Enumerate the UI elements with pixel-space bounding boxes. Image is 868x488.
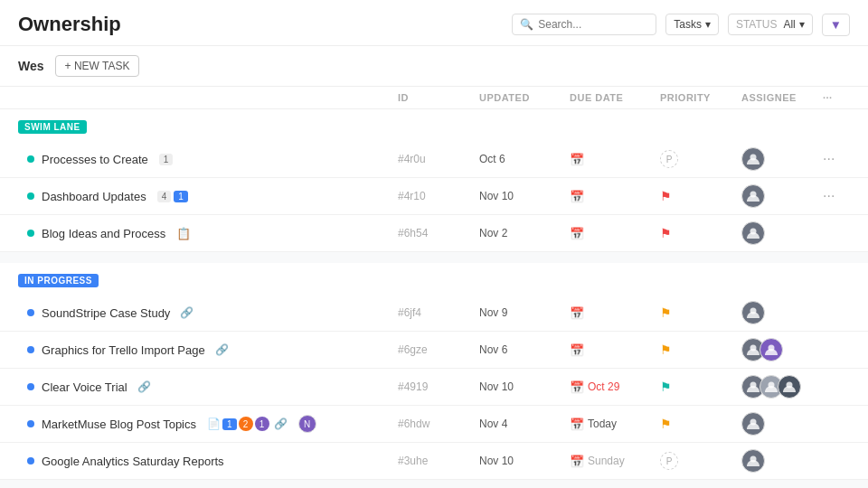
task-name-cell: Dashboard Updates 4 1 [27, 190, 398, 203]
calendar-icon: 📅 [570, 227, 584, 240]
link-icon: 🔗 [180, 306, 193, 319]
priority: ⚑ [660, 417, 741, 431]
calendar-icon: 📅 [570, 153, 584, 166]
task-id: #4r10 [398, 190, 479, 202]
avatar-group [741, 338, 783, 361]
priority-flag: ⚑ [660, 380, 672, 394]
due-date: 📅 [570, 343, 660, 357]
table-row[interactable]: Processes to Create 1 #4r0u Oct 6 📅 P ··… [0, 141, 868, 178]
priority-flag: ⚑ [660, 226, 672, 240]
priority-flag: ⚑ [660, 417, 672, 431]
due-date-text: Today [588, 418, 617, 430]
badge-blue-1: 1 [174, 191, 188, 202]
updated-date: Nov 10 [479, 455, 570, 467]
status-dot [27, 457, 34, 465]
status-dot [27, 346, 34, 353]
col-priority: PRIORITY [660, 92, 741, 103]
col-name [27, 92, 398, 103]
user-label: Wes [18, 59, 44, 73]
task-name: Clear Voice Trial [42, 380, 127, 394]
task-name: MarketMuse Blog Post Topics [42, 418, 196, 431]
status-dot [27, 383, 34, 390]
col-updated: UPDATED [479, 92, 570, 103]
updated-date: Nov 6 [479, 343, 570, 356]
status-filter[interactable]: STATUS All ▾ [728, 14, 813, 35]
task-id: #6gze [398, 343, 479, 356]
badge-count: 1 [159, 154, 174, 165]
table-row[interactable]: Google Analytics Saturday Reports #3uhe … [0, 443, 868, 480]
due-date: 📅 [570, 190, 660, 203]
swim-lane-header: SWIM LANE [0, 109, 868, 141]
task-badges: 1 [159, 154, 174, 165]
task-name-cell: Clear Voice Trial 🔗 [27, 380, 398, 394]
link-icon: 🔗 [274, 418, 288, 430]
badge-4: 4 [157, 191, 172, 202]
due-date: 📅 [570, 227, 660, 240]
task-name-cell: Processes to Create 1 [27, 153, 398, 166]
priority: ⚑ [660, 343, 741, 357]
table-row[interactable]: Blog Ideas and Process 📋 #6h54 Nov 2 📅 ⚑ [0, 215, 868, 252]
assignee [741, 412, 823, 436]
search-input[interactable] [538, 18, 648, 31]
in-progress-header: IN PROGRESS [0, 263, 868, 295]
table-row[interactable]: Dashboard Updates 4 1 #4r10 Nov 10 📅 ⚑ ·… [0, 178, 868, 215]
table-row[interactable]: Clear Voice Trial 🔗 #4919 Nov 10 📅 Oct 2… [0, 369, 868, 406]
task-name: Google Analytics Saturday Reports [42, 455, 224, 468]
due-date-overdue: 📅 Oct 29 [570, 380, 660, 394]
more-menu[interactable]: ··· [823, 188, 850, 204]
more-menu[interactable]: ··· [823, 151, 850, 167]
due-date: 📅 [570, 153, 660, 166]
col-assignee: ASSIGNEE [741, 92, 823, 103]
updated-date: Nov 4 [479, 418, 570, 430]
notify-wrapper: N [298, 415, 316, 433]
task-name: Processes to Create [42, 153, 148, 166]
calendar-icon: 📅 [570, 343, 584, 357]
priority: ⚑ [660, 380, 741, 394]
table-row[interactable]: Graphics for Trello Import Page 🔗 #6gze … [0, 332, 868, 369]
priority: P [660, 452, 741, 470]
badge-1a: 1 [222, 418, 237, 430]
priority: ⚑ [660, 189, 741, 203]
task-name-cell: Blog Ideas and Process 📋 [27, 227, 398, 240]
filter-button[interactable]: ▼ [822, 14, 850, 36]
chevron-down-icon2: ▾ [799, 18, 805, 31]
assignee [741, 375, 823, 399]
new-task-button[interactable]: + NEW TASK [55, 55, 140, 77]
assignee [741, 147, 823, 171]
task-name: Dashboard Updates [42, 190, 146, 203]
table-row[interactable]: SoundStripe Case Study 🔗 #6jf4 Nov 9 📅 ⚑ [0, 295, 868, 332]
table-header: ID UPDATED DUE DATE PRIORITY ASSIGNEE ··… [0, 87, 868, 109]
calendar-icon: 📅 [570, 418, 584, 431]
task-id: #4919 [398, 380, 479, 393]
priority-circle: P [660, 452, 678, 470]
assignee [741, 221, 823, 245]
avatar [760, 338, 783, 361]
due-date: 📅 [570, 306, 660, 320]
content: SWIM LANE Processes to Create 1 #4r0u Oc… [0, 109, 868, 488]
link-icon: 🔗 [215, 343, 229, 356]
doc-icon: 📄 [207, 418, 221, 430]
task-name-cell: Graphics for Trello Import Page 🔗 [27, 343, 398, 357]
updated-date: Nov 10 [479, 190, 570, 202]
table-row[interactable]: MarketMuse Blog Post Topics 📄 1 2 1 🔗 N … [0, 406, 868, 443]
due-date: 📅 Sunday [570, 455, 660, 468]
calendar-icon: 📅 [570, 306, 584, 320]
task-name: SoundStripe Case Study [42, 306, 170, 320]
status-label: STATUS [736, 18, 778, 31]
header-controls: 🔍 Tasks ▾ STATUS All ▾ ▼ [512, 14, 850, 36]
due-date-today: 📅 Today [570, 418, 660, 431]
tasks-dropdown[interactable]: Tasks ▾ [665, 14, 719, 35]
col-more: ··· [823, 92, 850, 103]
task-name-cell: MarketMuse Blog Post Topics 📄 1 2 1 🔗 N [27, 415, 398, 433]
calendar-icon: 📅 [570, 190, 584, 203]
due-date-text: Oct 29 [588, 380, 619, 393]
tasks-label: Tasks [674, 18, 702, 31]
avatar [741, 449, 765, 473]
search-box[interactable]: 🔍 [512, 14, 656, 35]
calendar-icon: 📅 [570, 455, 584, 468]
priority: ⚑ [660, 226, 741, 240]
assignee [741, 184, 823, 208]
task-name-cell: SoundStripe Case Study 🔗 [27, 306, 398, 320]
search-icon: 🔍 [520, 18, 533, 31]
status-dot [27, 192, 34, 200]
